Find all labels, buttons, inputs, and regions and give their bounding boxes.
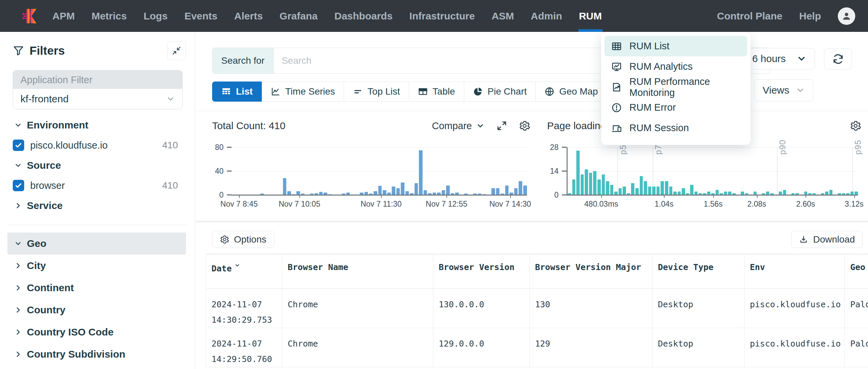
collapse-sidebar-button[interactable]	[167, 41, 186, 60]
menu-item-rum-performance-monitoring[interactable]: RUM Performance Monitoring	[604, 77, 747, 97]
nav-item-apm[interactable]: APM	[52, 0, 75, 32]
gear-icon[interactable]	[519, 120, 530, 132]
user-avatar[interactable]	[838, 7, 855, 25]
tab-pie-chart[interactable]: Pie Chart	[464, 81, 536, 102]
column-header-browser-name[interactable]: Browser Name	[282, 254, 433, 289]
x-axis-tick	[757, 195, 757, 198]
nav-item-dashboards[interactable]: Dashboards	[334, 0, 392, 32]
table-header-row: DateBrowser NameBrowser VersionBrowser V…	[206, 254, 868, 289]
table-row[interactable]: 2024-11-0714:29:50.760Chrome129.0.0.0129…	[206, 328, 868, 367]
options-button[interactable]: Options	[212, 231, 274, 248]
bar	[606, 181, 609, 195]
sidebar-section-country-subdivision[interactable]: Country Subdivision	[0, 343, 195, 365]
nav-item-help[interactable]: Help	[799, 0, 821, 32]
nav-item-logs[interactable]: Logs	[144, 0, 168, 32]
tab-geo-map[interactable]: Geo Map	[536, 81, 607, 102]
nav-item-admin[interactable]: Admin	[531, 0, 562, 32]
kloudfuse-logo-icon	[22, 6, 40, 27]
menu-item-label: RUM Performance Monitoring	[629, 76, 740, 98]
sidebar-section-label: Country ISO Code	[27, 326, 114, 338]
table-row[interactable]: 2024-11-0714:30:29.753Chrome130.0.0.0130…	[206, 289, 868, 328]
column-header-browser-version[interactable]: Browser Version	[433, 254, 530, 289]
bar	[496, 188, 500, 195]
download-button[interactable]: Download	[791, 231, 863, 248]
menu-item-rum-list[interactable]: RUM List	[604, 36, 747, 56]
checkbox-checked[interactable]	[13, 180, 24, 191]
cell-date: 2024-11-0714:29:50.760	[206, 328, 282, 367]
compare-dropdown[interactable]: Compare	[432, 121, 485, 132]
tab-table[interactable]: Table	[409, 81, 464, 102]
application-filter-value: kf-frontend	[21, 93, 68, 105]
total-count-chart: Total Count: 410 Compare	[212, 111, 530, 221]
filters-sidebar: Filters Application Filter kf-frontend E…	[0, 32, 195, 369]
column-header-label: Browser Version Major	[535, 262, 641, 272]
filter-item-pisco-kloudfuse-io[interactable]: pisco.kloudfuse.io410	[0, 136, 195, 154]
column-header-label: Device Type	[658, 262, 714, 272]
x-axis-tick	[381, 195, 382, 198]
sidebar-section-country-iso-code[interactable]: Country ISO Code	[0, 321, 195, 343]
filter-item-browser[interactable]: browser410	[0, 176, 195, 195]
cell-geo: Palo	[845, 328, 868, 367]
nav-item-infrastructure[interactable]: Infrastructure	[409, 0, 475, 32]
tab-label: Pie Chart	[488, 86, 527, 97]
y-axis-tick-label: 14	[541, 167, 559, 176]
gear-icon[interactable]	[850, 120, 861, 132]
tab-time-series[interactable]: Time Series	[262, 81, 344, 102]
tab-list[interactable]: List	[212, 81, 262, 102]
menu-item-rum-session[interactable]: RUM Session	[604, 118, 747, 138]
time-range-value: 6 hours	[752, 53, 786, 64]
menu-item-rum-analytics[interactable]: RUM Analytics	[604, 56, 747, 77]
sidebar-title: Filters	[30, 44, 65, 57]
sidebar-section-source[interactable]: Source	[0, 154, 195, 176]
x-axis-tick	[854, 195, 855, 198]
sidebar-section-geo[interactable]: Geo	[7, 232, 186, 255]
column-header-device-type[interactable]: Device Type	[652, 254, 744, 289]
time-range-select[interactable]: 6 hours	[744, 48, 815, 69]
y-axis-tick	[562, 171, 566, 172]
nav-item-grafana[interactable]: Grafana	[280, 0, 317, 32]
nav-item-alerts[interactable]: Alerts	[234, 0, 263, 32]
sidebar-section-environment[interactable]: Environment	[0, 114, 195, 136]
nav-item-events[interactable]: Events	[184, 0, 217, 32]
sidebar-section-service[interactable]: Service	[0, 195, 195, 217]
sidebar-section-continent[interactable]: Continent	[0, 277, 195, 299]
check-icon	[14, 141, 23, 149]
cell-geo: Palo	[845, 289, 868, 328]
menu-item-rum-error[interactable]: RUM Error	[604, 97, 747, 118]
nav-item-metrics[interactable]: Metrics	[92, 0, 127, 32]
menu-item-label: RUM Session	[629, 123, 689, 134]
chevron-right-icon	[14, 306, 22, 314]
expand-icon[interactable]	[496, 120, 507, 132]
sidebar-section-city[interactable]: City	[0, 255, 195, 277]
sidebar-section-country[interactable]: Country	[0, 299, 195, 321]
x-axis-tick-label: 3.12s	[845, 200, 864, 209]
nav-right: Control PlaneHelp	[717, 0, 855, 32]
bar	[716, 190, 719, 195]
bar	[514, 188, 518, 195]
bar	[602, 174, 605, 195]
total-count-plot: 80400Nov 7 8:45Nov 7 10:05Nov 7 11:30Nov…	[232, 147, 527, 195]
column-header-date[interactable]: Date	[206, 254, 282, 289]
cell-date-line: 2024-11-07	[212, 297, 279, 312]
column-header-geo[interactable]: Geo	[845, 254, 868, 289]
x-axis-tick-label: Nov 7 8:45	[220, 200, 258, 209]
cell-time-line: 14:30:29.753	[212, 312, 279, 328]
sidebar-filter-list: Environmentpisco.kloudfuse.io410Sourcebr…	[0, 114, 195, 365]
checkbox-checked[interactable]	[13, 139, 24, 151]
nav-item-rum[interactable]: RUM	[579, 0, 602, 32]
views-select[interactable]: Views	[754, 79, 813, 101]
application-filter-select[interactable]: kf-frontend	[13, 89, 182, 109]
chevron-down-icon	[476, 122, 485, 130]
bar	[652, 187, 655, 195]
column-header-env[interactable]: Env	[744, 254, 845, 289]
y-axis-tick	[227, 147, 231, 148]
search-for-label: Search for	[213, 48, 274, 73]
column-header-label: Date	[212, 264, 231, 273]
nav-item-control-plane[interactable]: Control Plane	[717, 0, 782, 32]
bar	[414, 183, 418, 195]
refresh-button[interactable]	[824, 48, 852, 69]
column-header-browser-version-major[interactable]: Browser Version Major	[530, 254, 652, 289]
tab-top-list[interactable]: Top List	[344, 81, 409, 102]
cell-browser-version-major: 129	[530, 328, 652, 367]
nav-item-asm[interactable]: ASM	[492, 0, 514, 32]
